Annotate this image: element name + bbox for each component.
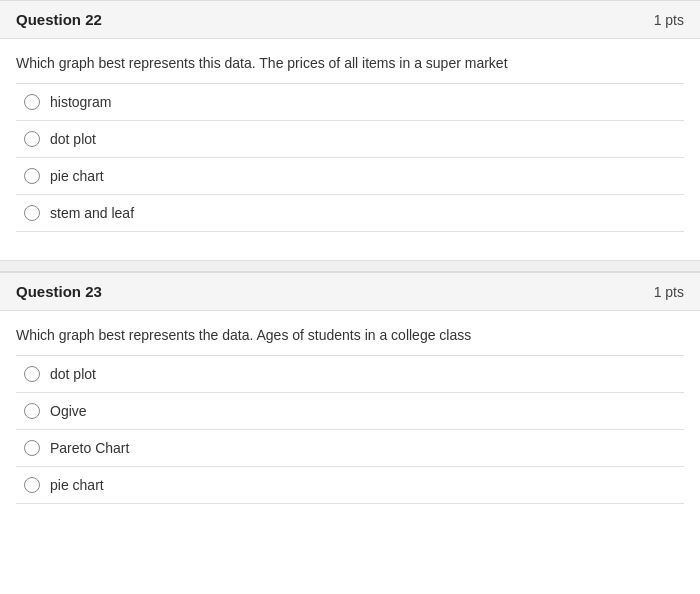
option-label: pie chart [50,477,104,493]
question-23-option-2[interactable]: Ogive [16,393,684,430]
question-22-header: Question 22 1 pts [0,0,700,39]
question-23-option-3[interactable]: Pareto Chart [16,430,684,467]
question-23-option-1[interactable]: dot plot [16,356,684,393]
radio-icon [24,94,40,110]
option-label: Pareto Chart [50,440,129,456]
radio-icon [24,366,40,382]
question-23-options: dot plot Ogive Pareto Chart pie chart [16,355,684,504]
option-label: pie chart [50,168,104,184]
section-divider [0,260,700,272]
option-label: stem and leaf [50,205,134,221]
question-22-title: Question 22 [16,11,102,28]
option-label: Ogive [50,403,87,419]
option-label: dot plot [50,131,96,147]
question-22-body: Which graph best represents this data. T… [0,39,700,240]
radio-icon [24,477,40,493]
question-23-header: Question 23 1 pts [0,272,700,311]
radio-icon [24,440,40,456]
radio-icon [24,168,40,184]
question-23-text: Which graph best represents the data. Ag… [16,327,684,343]
radio-icon [24,403,40,419]
question-23-option-4[interactable]: pie chart [16,467,684,504]
question-22-options: histogram dot plot pie chart stem and le… [16,83,684,232]
option-label: dot plot [50,366,96,382]
question-23-block: Question 23 1 pts Which graph best repre… [0,272,700,532]
question-22-option-1[interactable]: histogram [16,84,684,121]
question-22-spacer [0,240,700,260]
question-23-points: 1 pts [654,284,684,300]
question-22-block: Question 22 1 pts Which graph best repre… [0,0,700,260]
question-22-points: 1 pts [654,12,684,28]
radio-icon [24,205,40,221]
radio-icon [24,131,40,147]
question-23-body: Which graph best represents the data. Ag… [0,311,700,512]
question-22-text: Which graph best represents this data. T… [16,55,684,71]
question-22-option-3[interactable]: pie chart [16,158,684,195]
option-label: histogram [50,94,111,110]
question-22-option-4[interactable]: stem and leaf [16,195,684,232]
question-22-option-2[interactable]: dot plot [16,121,684,158]
question-23-spacer [0,512,700,532]
question-23-title: Question 23 [16,283,102,300]
questions-container: Question 22 1 pts Which graph best repre… [0,0,700,532]
